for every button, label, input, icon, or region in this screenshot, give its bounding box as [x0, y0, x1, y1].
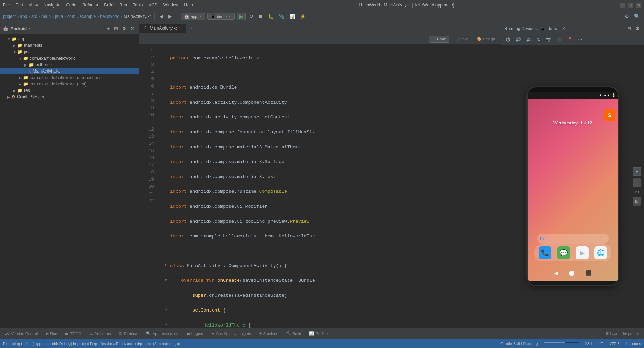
record-button[interactable]: 🎥: [555, 36, 564, 43]
logcat-label: Logcat: [191, 332, 203, 336]
search-button[interactable]: 🔍: [633, 13, 641, 20]
nav-back-button[interactable]: ◀: [158, 13, 165, 20]
menu-vcs[interactable]: VCS: [149, 3, 158, 8]
todo-label: TODO: [70, 332, 81, 336]
tree-item-label: com.example.helloworld (test): [30, 82, 86, 87]
close-panel-button[interactable]: ✕: [129, 25, 136, 32]
build-tool[interactable]: 🔨 Build: [283, 330, 305, 337]
breadcrumb-java[interactable]: java: [55, 14, 63, 19]
tree-item-manifests[interactable]: ▶ 📁 manifests: [0, 42, 139, 49]
services-tool[interactable]: ◈ Services: [255, 330, 282, 337]
app-quality-tool[interactable]: ★ App Quality Insights: [208, 330, 255, 337]
zoom-out-button[interactable]: —: [633, 179, 641, 187]
tree-item-test[interactable]: ▶ 📁 com.example.helloworld (test): [0, 81, 139, 87]
breadcrumb-file[interactable]: MainActivity.kt: [124, 14, 151, 19]
tab-close-button[interactable]: ✕: [179, 26, 182, 30]
code-editor: 12345 678910 1112131415 1617181920 2122 …: [139, 44, 501, 328]
tree-item-app[interactable]: ▼ 📁 app: [0, 36, 139, 42]
fit-screen-button[interactable]: ⊡: [633, 197, 641, 206]
tree-item-java[interactable]: ▼ 📁 java: [0, 49, 139, 55]
services-icon: ◈: [259, 331, 262, 336]
coverage-button[interactable]: 📊: [288, 13, 296, 20]
tree-item-ui-theme[interactable]: ▶ 📁 ui.theme: [0, 62, 139, 68]
code-line-7: import androidx.compose.material3.Materi…: [161, 144, 497, 151]
location-button[interactable]: 📍: [566, 36, 574, 43]
screenshot-button[interactable]: 📷: [544, 36, 553, 43]
tree-item-gradle[interactable]: ▶ ⚙ Gradle Scripts: [0, 94, 139, 100]
breadcrumb-src[interactable]: src: [31, 14, 37, 19]
maximize-button[interactable]: □: [628, 3, 633, 8]
recents-nav-icon: ⬛: [585, 270, 591, 276]
version-control-tool[interactable]: ⎇ Version Control: [1, 330, 41, 337]
menu-run[interactable]: Run: [119, 3, 127, 8]
power-button[interactable]: ⏻: [504, 36, 512, 43]
menu-refactor[interactable]: Refactor: [82, 3, 98, 8]
layout-inspector-tool[interactable]: ⊞ Layout Inspector: [602, 330, 643, 337]
panel-settings-button[interactable]: ⚙: [121, 25, 128, 32]
menu-navigate[interactable]: Navigate: [44, 3, 60, 8]
breadcrumb-project[interactable]: project: [3, 14, 16, 19]
panel-dropdown-icon: ▼: [28, 27, 31, 30]
menu-file[interactable]: File: [3, 3, 10, 8]
device-settings-button[interactable]: ⚙: [634, 25, 641, 32]
editor-tab-mainactivity[interactable]: K MainActivity.kt ✕: [139, 24, 186, 33]
app-inspection-tool[interactable]: 🔍 App Inspection: [143, 330, 182, 337]
zoom-in-button[interactable]: +: [633, 167, 641, 176]
device-dropdown[interactable]: 📱 demo ▼: [207, 13, 234, 20]
close-button[interactable]: ✕: [636, 3, 641, 8]
terminal-tool[interactable]: ⊡ Terminal: [115, 330, 142, 337]
volume-up-button[interactable]: 🔊: [514, 36, 523, 43]
tree-item-label: res: [24, 88, 30, 93]
volume-down-button[interactable]: 🔉: [525, 36, 533, 43]
tree-item-mainactivity[interactable]: ▶ K MainActivity.kt: [0, 68, 139, 74]
breadcrumb-main[interactable]: main: [41, 14, 51, 19]
logcat-tool[interactable]: ☰ Logcat: [183, 330, 207, 337]
menu-window[interactable]: Window: [163, 3, 179, 8]
status-message: Executing tasks: [:app:assembleDebug] in…: [3, 342, 180, 346]
run-config-dropdown[interactable]: 🤖 app ▼: [181, 13, 205, 20]
breadcrumb-app[interactable]: app: [20, 14, 27, 19]
phone-nav-bar: ◀ ⬤ ⬛: [554, 270, 591, 276]
chrome-icon: 🌐: [594, 246, 607, 259]
collapse-button[interactable]: ⊟: [113, 25, 119, 32]
minimize-button[interactable]: —: [620, 3, 625, 8]
rotate-button[interactable]: ↻: [535, 36, 542, 43]
code-view-button[interactable]: ☰ Code: [429, 36, 449, 43]
device-toolbar: ⏻ 🔊 🔉 ↻ 📷 🎥 📍 ⋯: [501, 34, 644, 45]
tab-more-button[interactable]: ⋯: [186, 26, 196, 31]
profiler-tool[interactable]: 📊 Profiler: [305, 330, 331, 337]
menu-bar: File Edit View Navigate Code Refactor Bu…: [0, 0, 644, 10]
run-button[interactable]: ▶: [237, 13, 246, 20]
settings-button[interactable]: ⚙: [623, 13, 630, 20]
breadcrumb-com[interactable]: com: [67, 14, 75, 19]
expand-device-button[interactable]: ⊞: [626, 25, 633, 32]
menu-help[interactable]: Help: [184, 3, 193, 8]
attach-button[interactable]: 📎: [277, 13, 286, 20]
todo-tool[interactable]: ☰ TODO: [61, 330, 85, 337]
split-view-button[interactable]: ⊞ Split: [452, 36, 470, 43]
menu-code[interactable]: Code: [66, 3, 76, 8]
profile-button[interactable]: ⚡: [299, 13, 307, 20]
bottom-tools: ⎇ Version Control ▶ Run ☰ TODO ⚠ Problem…: [0, 328, 644, 339]
nav-forward-button[interactable]: ▶: [167, 13, 173, 20]
close-device-button[interactable]: ✕: [560, 25, 567, 32]
new-file-button[interactable]: +: [105, 25, 111, 32]
debug-button[interactable]: 🐛: [266, 13, 275, 20]
tree-item-androidtest[interactable]: ▶ 📁 com.example.helloworld (androidTest): [0, 74, 139, 81]
design-view-button[interactable]: 🎨 Design: [474, 36, 498, 43]
code-line-6: import androidx.compose.foundation.layou…: [161, 129, 497, 136]
refresh-button[interactable]: ↻: [248, 13, 255, 20]
stop-button[interactable]: ⏹: [257, 13, 264, 20]
menu-tools[interactable]: Tools: [133, 3, 143, 8]
code-content[interactable]: package com.example.helloworld✓ import a…: [157, 44, 501, 328]
more-options-button[interactable]: ⋯: [576, 36, 584, 43]
tree-item-com-example[interactable]: ▼ 📁 com.example.helloworld: [0, 55, 139, 62]
problems-tool[interactable]: ⚠ Problems: [86, 330, 114, 337]
menu-view[interactable]: View: [29, 3, 38, 8]
breadcrumb-example[interactable]: example: [80, 14, 96, 19]
tree-item-res[interactable]: ▶ 📁 res: [0, 87, 139, 94]
run-tool[interactable]: ▶ Run: [42, 330, 61, 337]
menu-edit[interactable]: Edit: [15, 3, 23, 8]
menu-build[interactable]: Build: [104, 3, 114, 8]
breadcrumb-helloworld[interactable]: helloworld: [100, 14, 119, 19]
